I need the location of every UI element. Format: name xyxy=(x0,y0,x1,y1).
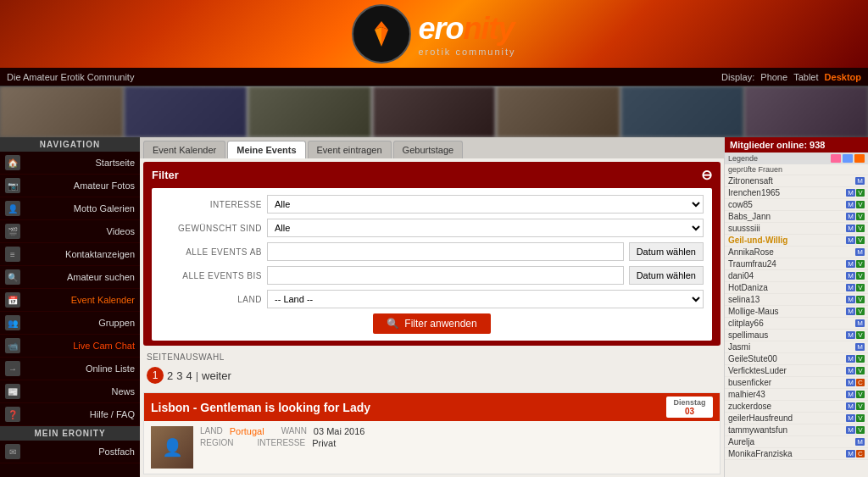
member-row[interactable]: Traumfrau24MV xyxy=(725,258,868,270)
member-badge-m: M xyxy=(846,355,855,363)
badge-couple xyxy=(854,154,865,163)
member-badge-v: V xyxy=(856,272,865,280)
sidebar-item-eventkalender[interactable]: 📅 Event Kalender xyxy=(0,289,140,312)
member-badges: M xyxy=(855,248,865,256)
member-row[interactable]: Mollige-MausMV xyxy=(725,306,868,318)
member-row[interactable]: ZitronensaftM xyxy=(725,175,868,187)
member-row[interactable]: HotDanizaMV xyxy=(725,282,868,294)
member-badge-m: M xyxy=(846,284,855,291)
tab-eventeintragen[interactable]: Event eintragen xyxy=(308,141,392,158)
sidebar-item-amateurfotos[interactable]: 📷 Amateur Fotos xyxy=(0,175,140,197)
member-row[interactable]: AnnikaRoseM xyxy=(725,247,868,258)
display-phone[interactable]: Phone xyxy=(760,72,787,82)
member-name: clitplay66 xyxy=(728,319,855,328)
sidebar-item-startseite[interactable]: 🏠 Startseite xyxy=(0,152,140,175)
page-3[interactable]: 3 xyxy=(176,369,182,382)
filter-label: Filter xyxy=(152,169,179,181)
sidebar-item-news[interactable]: 📰 News xyxy=(0,380,140,403)
sidebar-label-eventkalender: Event Kalender xyxy=(25,295,135,305)
member-badge-v: V xyxy=(856,426,865,434)
banner-thumb-7 xyxy=(745,86,868,137)
sidebar-item-postfach[interactable]: ✉ Postfach xyxy=(0,441,140,463)
member-row[interactable]: Geil-und-WilligMV xyxy=(725,235,868,247)
member-name: Geil-und-Willig xyxy=(728,236,846,245)
member-name: selina13 xyxy=(728,295,846,304)
member-name: dani04 xyxy=(728,271,846,280)
member-badge-m: M xyxy=(846,367,855,374)
page-1[interactable]: 1 xyxy=(147,367,164,384)
member-row[interactable]: MonikaFranziskaMC xyxy=(725,448,868,460)
banner-thumb-4 xyxy=(373,86,496,137)
online-legend: Legende xyxy=(725,153,868,164)
member-row[interactable]: dani04MV xyxy=(725,270,868,282)
mail-icon: ✉ xyxy=(5,444,20,459)
member-row[interactable]: tammywantsfunMV xyxy=(725,424,868,436)
sidebar-item-mottogalerien[interactable]: 👤 Motto Galerien xyxy=(0,197,140,220)
event-wann-key: WANN xyxy=(281,426,307,436)
filter-eventsab-datebtn[interactable]: Datum wählen xyxy=(629,242,704,261)
sidebar-label-amateursuchen: Amateur suchen xyxy=(25,272,135,282)
sidebar-item-gruppen[interactable]: 👥 Gruppen xyxy=(0,312,140,335)
sidebar-label-startseite: Startseite xyxy=(25,158,135,168)
filter-gewuenscht-select[interactable]: Alle xyxy=(267,219,704,237)
member-badge-m: M xyxy=(855,319,865,327)
event-wann-val: 03 Mai 2016 xyxy=(314,426,365,436)
member-badge-c: C xyxy=(856,450,865,458)
member-row[interactable]: VerficktesLuderMV xyxy=(725,365,868,377)
member-row[interactable]: GeileStute00MV xyxy=(725,353,868,365)
filter-row-gewuenscht: GEWÜNSCHT SIND Alle xyxy=(160,219,704,237)
filter-interesse-select[interactable]: Alle xyxy=(267,195,704,214)
member-row[interactable]: spellimausMV xyxy=(725,330,868,341)
member-badge-m: M xyxy=(846,272,855,280)
display-desktop[interactable]: Desktop xyxy=(825,72,861,82)
event-card-body: 👤 LAND Portugal WANN 03 Mai 2016 REGION … xyxy=(144,421,720,474)
display-tablet[interactable]: Tablet xyxy=(793,72,818,82)
sidebar-item-kontaktanzeigen[interactable]: ≡ Kontaktanzeigen xyxy=(0,243,140,266)
member-badges: MV xyxy=(846,402,865,410)
member-row[interactable]: Irenchen1965MV xyxy=(725,187,868,199)
member-row[interactable]: clitplay66M xyxy=(725,318,868,330)
member-row[interactable]: JasmiM xyxy=(725,341,868,353)
page-next[interactable]: weiter xyxy=(202,369,231,382)
member-row[interactable]: suusssiiiMV xyxy=(725,223,868,235)
page-4[interactable]: 4 xyxy=(186,369,192,382)
member-badges: MV xyxy=(846,308,865,315)
member-badge-m: M xyxy=(846,450,855,458)
sidebar-item-videos[interactable]: 🎬 Videos xyxy=(0,220,140,243)
member-badge-v: V xyxy=(856,367,865,374)
member-row[interactable]: selina13MV xyxy=(725,294,868,306)
member-badge-v: V xyxy=(856,402,865,410)
member-row[interactable]: geilerHausfreundMV xyxy=(725,413,868,424)
help-icon: ❓ xyxy=(5,407,20,422)
sidebar-item-hilfefaq[interactable]: ❓ Hilfe / FAQ xyxy=(0,403,140,426)
sidebar-item-onlineliste[interactable]: → Online Liste xyxy=(0,358,140,380)
tab-geburtstage[interactable]: Geburtstage xyxy=(393,141,464,158)
member-row[interactable]: AureljaM xyxy=(725,436,868,448)
member-badges: MV xyxy=(846,236,865,244)
member-row[interactable]: cow85MV xyxy=(725,199,868,211)
member-badge-m: M xyxy=(846,402,855,410)
member-row[interactable]: busenfickerMC xyxy=(725,377,868,389)
filter-gewuenscht-label: GEWÜNSCHT SIND xyxy=(160,224,262,233)
sidebar-label-postfach: Postfach xyxy=(25,446,135,457)
member-badge-m: M xyxy=(846,260,855,268)
filter-eventsbis-datebtn[interactable]: Datum wählen xyxy=(629,266,704,285)
filter-land-label: LAND xyxy=(160,295,262,304)
filter-eventsbis-input[interactable] xyxy=(267,266,624,285)
sidebar-item-amateursuchen[interactable]: 🔍 Amateur suchen xyxy=(0,266,140,289)
filter-land-select[interactable]: -- Land -- xyxy=(267,290,704,308)
tab-meineevents[interactable]: Meine Events xyxy=(227,141,305,158)
page-2[interactable]: 2 xyxy=(167,369,173,382)
member-row[interactable]: malhier43MV xyxy=(725,389,868,401)
banner-thumb-2 xyxy=(125,86,248,137)
online-header: Mitglieder online: 938 xyxy=(725,137,868,153)
filter-eventsab-input[interactable] xyxy=(267,242,624,261)
sidebar-item-livecamchat[interactable]: 📹 Live Cam Chat xyxy=(0,335,140,358)
filter-close-button[interactable]: ⊖ xyxy=(701,167,712,183)
member-row[interactable]: zuckerdoseMV xyxy=(725,401,868,413)
filter-apply-button[interactable]: 🔍 Filter anwenden xyxy=(373,313,490,334)
pagination: 1 2 3 4 | weiter xyxy=(140,365,724,389)
tab-eventkalender[interactable]: Event Kalender xyxy=(143,141,225,158)
member-row[interactable]: Babs_JannMV xyxy=(725,211,868,223)
filter-interesse-label: INTERESSE xyxy=(160,200,262,209)
